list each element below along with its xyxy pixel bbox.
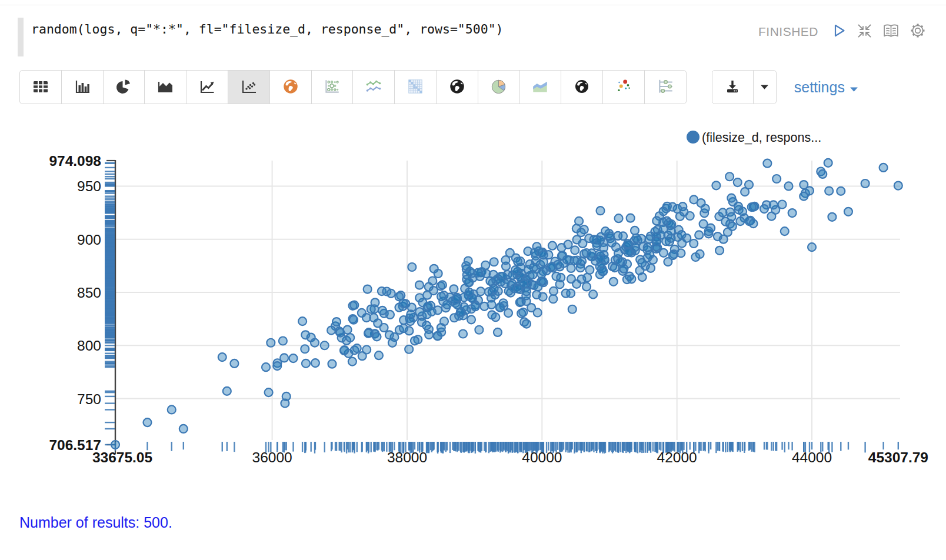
scatter-point <box>438 281 447 289</box>
scatter-point <box>423 291 431 299</box>
scatter-point <box>465 288 474 296</box>
scatter-point <box>609 278 618 286</box>
settings-toggle[interactable]: settings <box>794 79 858 96</box>
settings-caret-icon <box>850 79 858 96</box>
scatter-point <box>471 302 479 311</box>
scatter-point <box>548 242 557 250</box>
range-sliders-icon <box>656 77 675 98</box>
scatter-point <box>289 354 298 362</box>
bubble-matrix-icon <box>322 77 341 98</box>
scatter-chart[interactable]: 974.098706.51775080085090095033675.05453… <box>0 118 946 488</box>
scatter-point <box>701 205 710 213</box>
scatter-point <box>282 392 291 401</box>
chart-type-pie-button[interactable] <box>103 70 145 104</box>
x-axis-rug <box>115 442 899 454</box>
chart-type-dots-colorful-button[interactable] <box>602 70 645 104</box>
axis-tick-label: 950 <box>77 178 101 194</box>
scatter-point <box>844 208 852 216</box>
scatter-point <box>800 192 808 201</box>
axis-tick-label: 900 <box>77 232 101 248</box>
legend-label[interactable]: (filesize_d, respons... <box>702 131 821 145</box>
scatter-point <box>588 249 596 257</box>
axis-tick-label: 36000 <box>252 449 292 465</box>
line-chart-icon <box>198 78 216 97</box>
heatmap-icon <box>406 77 425 98</box>
scatter-point <box>464 278 472 286</box>
scatter-point <box>364 285 372 294</box>
scatter-point <box>475 326 483 334</box>
scatter-point <box>781 227 789 235</box>
results-count-text: Number of results: 500. <box>19 514 172 531</box>
scatter-point <box>267 339 275 347</box>
scatter-point <box>724 228 732 236</box>
scatter-point <box>399 324 408 332</box>
scatter-point <box>583 274 591 282</box>
scatter-point <box>328 360 336 368</box>
settings-gear-button[interactable] <box>910 22 926 41</box>
axis-tick-label: 40000 <box>522 449 562 465</box>
chart-type-heatmap-button[interactable] <box>394 70 437 104</box>
chart-type-scatter-button[interactable] <box>228 70 270 104</box>
scatter-point <box>336 329 344 337</box>
scatter-point <box>298 317 307 325</box>
scatter-point <box>524 247 532 255</box>
chart-type-map-black-button[interactable] <box>436 70 478 104</box>
play-icon <box>831 23 847 40</box>
scatter-point <box>273 362 281 370</box>
chart-type-line-button[interactable] <box>186 70 228 104</box>
globe-black-icon <box>448 77 467 98</box>
scatter-point <box>725 172 734 181</box>
scatter-point <box>638 259 646 267</box>
scatter-point <box>353 344 361 352</box>
scatter-point <box>311 339 319 347</box>
scatter-point <box>411 336 419 345</box>
query-expression[interactable]: random(logs, q="*:*", fl="filesize_d, re… <box>31 18 504 38</box>
chart-type-bar-button[interactable] <box>61 70 104 104</box>
scatter-point <box>596 255 604 263</box>
scatter-point <box>632 234 640 242</box>
scatter-point <box>567 289 575 298</box>
scatter-point <box>497 278 505 286</box>
scatter-point <box>265 388 273 396</box>
chart-type-table-button[interactable] <box>19 70 62 104</box>
chart-type-range-sliders-button[interactable] <box>644 70 687 104</box>
chart-type-multi-line-button[interactable] <box>352 70 395 104</box>
scatter-point <box>519 308 527 316</box>
axis-tick-label: 42000 <box>657 449 697 465</box>
scatter-point <box>425 331 433 339</box>
scatter-point <box>490 258 498 266</box>
scatter-point <box>738 207 747 215</box>
scatter-point <box>572 280 581 288</box>
notebook-button[interactable] <box>882 23 900 41</box>
scatter-point <box>280 354 288 362</box>
scatter-point <box>511 266 519 274</box>
chart-type-map-orange-button[interactable] <box>269 70 312 104</box>
download-button[interactable] <box>712 70 754 104</box>
scatter-point <box>534 308 542 316</box>
scatter-point <box>669 251 677 259</box>
scatter-point <box>327 326 335 335</box>
scatter-point <box>695 231 703 239</box>
scatter-point <box>223 387 231 395</box>
download-options-button[interactable] <box>753 70 777 104</box>
chart-type-area-colored-button[interactable] <box>519 70 562 104</box>
scatter-point <box>749 219 757 228</box>
chart-type-bubble-matrix-button[interactable] <box>311 70 354 104</box>
scatter-point <box>311 359 319 367</box>
scatter-point <box>678 231 686 239</box>
chart-type-area-button[interactable] <box>144 70 186 104</box>
run-button[interactable] <box>831 23 847 40</box>
scatter-point <box>332 318 341 326</box>
scatter-point <box>385 331 394 339</box>
scatter-point <box>378 306 387 315</box>
collapse-button[interactable] <box>857 23 872 41</box>
scatter-point <box>406 317 414 325</box>
chart-type-pie-colored-button[interactable] <box>478 70 520 104</box>
scatter-point <box>399 299 408 308</box>
scatter-point <box>705 227 713 235</box>
status-badge: FINISHED <box>758 25 818 39</box>
scatter-point <box>727 213 735 221</box>
settings-label: settings <box>794 79 845 96</box>
scatter-point <box>772 175 781 183</box>
chart-type-map-black-2-button[interactable] <box>561 70 603 104</box>
